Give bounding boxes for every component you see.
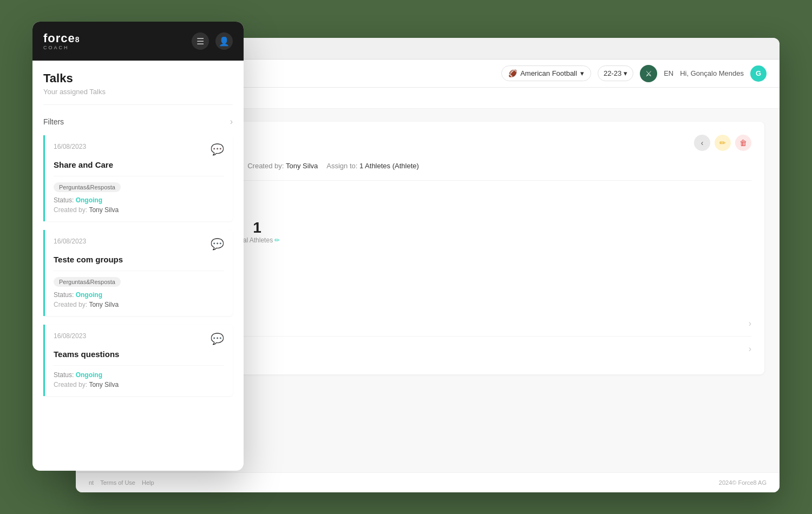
talk-1-status-row: Status: Ongoing [54, 196, 224, 204]
filters-row[interactable]: Filters › [43, 113, 233, 131]
user-icon[interactable]: 👤 [215, 32, 233, 50]
talk-1-divider [54, 176, 224, 176]
talk-1-icon: 💬 [211, 143, 224, 156]
language-label[interactable]: EN [664, 69, 673, 77]
sidebar-header-icons: ☰ 👤 [192, 32, 233, 50]
filters-label: Filters [43, 117, 64, 126]
sidebar-divider-1 [43, 104, 233, 105]
card-actions: ‹ ✏ 🗑 [694, 135, 751, 151]
sidebar-topbar: force8 COACH ☰ 👤 [32, 22, 244, 61]
user-avatar[interactable]: G [750, 65, 767, 82]
talk-3-divider [54, 365, 224, 366]
talk-3-date: 16/08/2023 [54, 332, 86, 340]
talk-card-3-header: 16/08/2023 💬 [54, 332, 224, 345]
talk-2-status: Ongoing [76, 291, 102, 299]
sport-icon: 🏈 [508, 69, 517, 77]
talk-1-created-row: Created by: Tony Silva [54, 206, 224, 214]
back-button[interactable]: ‹ [694, 135, 710, 151]
talk-3-created-row: Created by: Tony Silva [54, 381, 224, 388]
talk-2-date: 16/08/2023 [54, 238, 86, 245]
talk-2-status-row: Status: Ongoing [54, 291, 224, 299]
talk-3-status-row: Status: Ongoing [54, 371, 224, 379]
talk-3-name: Teams questions [54, 350, 224, 359]
talk-card-2-header: 16/08/2023 💬 [54, 238, 224, 251]
talk-card-2[interactable]: 16/08/2023 💬 Teste com groups Perguntas&… [43, 230, 233, 316]
footer-link-help[interactable]: Help [142, 479, 154, 486]
talk-3-created-by: Tony Silva [89, 381, 119, 388]
question-1-chevron-icon: › [749, 319, 751, 328]
talk-1-name: Share and Care [54, 160, 224, 169]
logo-area: force8 COACH [43, 32, 80, 50]
sport-label: American Football [520, 69, 577, 77]
app-logo-sup: 8 [75, 35, 80, 44]
delete-button[interactable]: 🗑 [735, 135, 751, 151]
sidebar-page-subtitle: Your assigned Talks [43, 88, 233, 96]
talk-2-icon: 💬 [211, 238, 224, 251]
talk-2-tag: Perguntas&Resposta [54, 277, 121, 287]
talk-card-3[interactable]: 16/08/2023 💬 Teams questions Status: Ong… [43, 325, 233, 396]
page-footer: nt Terms of Use Help 2024© Force8 AG [76, 472, 780, 492]
question-2-chevron-icon: › [749, 344, 751, 354]
sidebar-page-title: Talks [43, 71, 233, 85]
talk-1-date: 16/08/2023 [54, 143, 86, 150]
season-selector[interactable]: 22-23 ▾ [598, 65, 633, 81]
created-meta: Created by: Tony Silva [247, 162, 318, 170]
talk-2-created-by: Tony Silva [89, 301, 119, 308]
talk-card-1[interactable]: 16/08/2023 💬 Share and Care Perguntas&Re… [43, 135, 233, 221]
talk-2-created-row: Created by: Tony Silva [54, 301, 224, 308]
talk-3-status: Ongoing [76, 371, 102, 379]
sport-chevron-icon: ▾ [580, 69, 584, 77]
athletes-edit-icon[interactable]: ✏ [274, 236, 280, 244]
talk-card-1-header: 16/08/2023 💬 [54, 143, 224, 156]
footer-link-terms[interactable]: Terms of Use [100, 479, 135, 486]
menu-icon[interactable]: ☰ [192, 32, 209, 50]
app-logo: force8 [43, 32, 80, 44]
sport-selector[interactable]: 🏈 American Football ▾ [501, 65, 591, 81]
app-logo-sub: COACH [43, 45, 80, 50]
user-greeting: Hi, Gonçalo Mendes [680, 69, 744, 77]
footer-copyright: 2024© Force8 AG [719, 479, 767, 486]
footer-link-nt[interactable]: nt [89, 479, 94, 486]
club-shield: ⚔ [640, 65, 657, 82]
sidebar-panel: force8 COACH ☰ 👤 Talks Your assigned Tal… [32, 22, 244, 471]
talk-1-status: Ongoing [76, 196, 102, 204]
assign-meta: Assign to: 1 Athletes (Athlete) [326, 162, 419, 170]
talk-2-name: Teste com groups [54, 255, 224, 264]
talk-3-icon: 💬 [211, 332, 224, 345]
talk-1-created-by: Tony Silva [89, 206, 119, 214]
talk-1-tag: Perguntas&Resposta [54, 182, 121, 192]
season-chevron-icon: ▾ [624, 69, 627, 77]
footer-links: nt Terms of Use Help [89, 479, 154, 486]
talk-2-divider [54, 271, 224, 271]
season-label: 22-23 [604, 69, 621, 77]
filters-chevron-icon: › [230, 117, 233, 127]
edit-button[interactable]: ✏ [715, 135, 731, 151]
sidebar-content: Talks Your assigned Talks Filters › 16/0… [32, 61, 244, 416]
